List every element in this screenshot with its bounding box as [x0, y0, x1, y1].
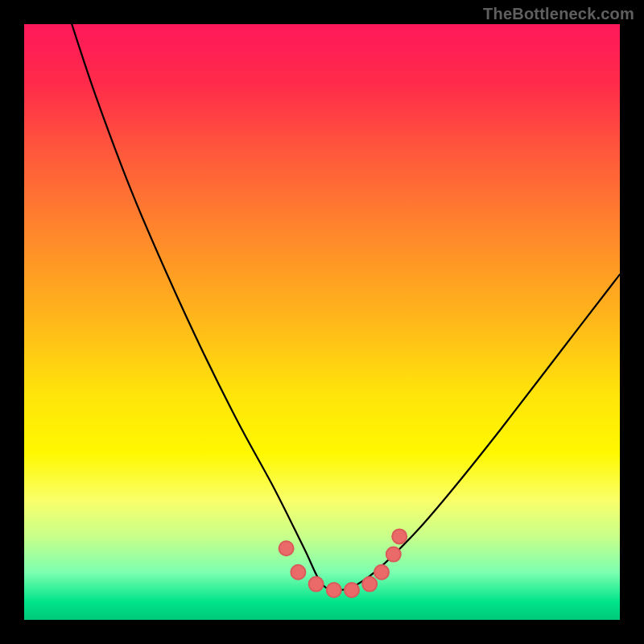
- valley-marker: [386, 547, 401, 562]
- valley-marker: [392, 529, 407, 543]
- valley-marker: [309, 577, 324, 592]
- bottleneck-curve: [24, 24, 620, 620]
- chart-frame: TheBottleneck.com: [0, 0, 644, 644]
- valley-marker: [291, 565, 305, 580]
- watermark-text: TheBottleneck.com: [483, 5, 634, 23]
- valley-marker: [345, 583, 359, 597]
- valley-markers: [24, 24, 620, 620]
- valley-marker: [327, 583, 341, 597]
- valley-marker: [362, 577, 377, 592]
- valley-marker: [279, 541, 294, 555]
- plot-area: [24, 24, 620, 620]
- valley-marker: [374, 565, 389, 580]
